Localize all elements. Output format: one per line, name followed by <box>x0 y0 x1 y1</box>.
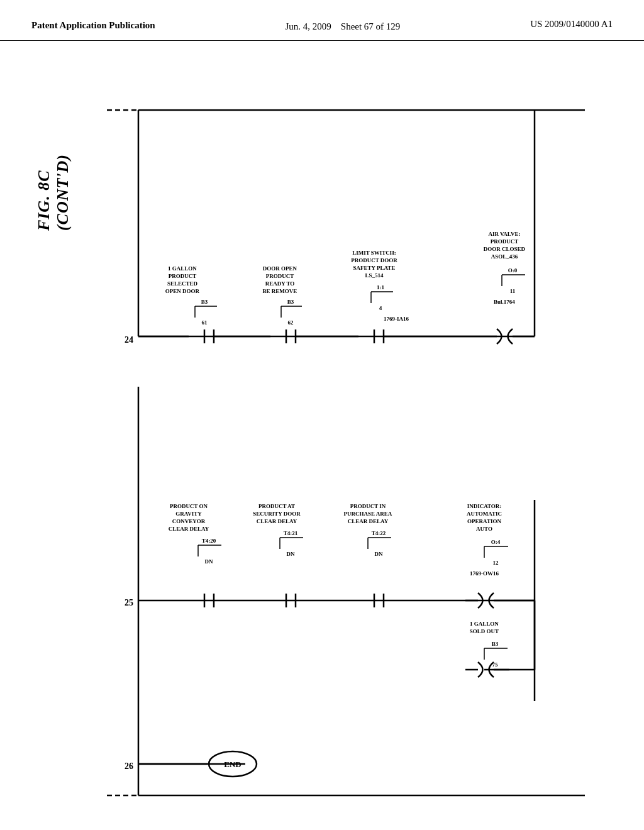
svg-text:AIR VALVE:: AIR VALVE: <box>488 231 520 237</box>
svg-text:1 GALLON: 1 GALLON <box>168 265 197 272</box>
svg-text:1 GALLON: 1 GALLON <box>470 621 499 627</box>
svg-text:LS_514: LS_514 <box>365 272 384 279</box>
header-title: Patent Application Publication <box>31 19 155 32</box>
svg-text:SECURITY DOOR: SECURITY DOOR <box>253 511 301 517</box>
svg-text:DN: DN <box>287 551 295 557</box>
svg-text:OPEN DOOR: OPEN DOOR <box>165 288 200 294</box>
svg-text:25: 25 <box>125 598 133 607</box>
svg-text:SELECTED: SELECTED <box>167 280 198 287</box>
svg-text:1769-IA16: 1769-IA16 <box>384 316 409 322</box>
svg-text:DOOR OPEN: DOOR OPEN <box>263 265 297 272</box>
svg-text:24: 24 <box>125 335 133 345</box>
svg-text:T4:20: T4:20 <box>202 538 216 544</box>
svg-text:CLEAR DELAY: CLEAR DELAY <box>169 526 209 532</box>
header-sheet: Sheet 67 of 129 <box>341 21 401 31</box>
svg-text:B3: B3 <box>492 641 499 647</box>
svg-text:PRODUCT ON: PRODUCT ON <box>170 503 208 509</box>
svg-text:CLEAR DELAY: CLEAR DELAY <box>257 518 297 524</box>
svg-text:PRODUCT: PRODUCT <box>169 273 197 279</box>
svg-text:LIMIT SWITCH:: LIMIT SWITCH: <box>352 250 396 256</box>
svg-text:1769-OW16: 1769-OW16 <box>470 570 499 577</box>
svg-text:PRODUCT AT: PRODUCT AT <box>258 503 295 509</box>
header-date: Jun. 4, 2009 <box>285 21 331 31</box>
svg-text:1:1: 1:1 <box>377 284 384 290</box>
svg-text:AUTO: AUTO <box>476 526 492 532</box>
svg-text:PURCHASE AREA: PURCHASE AREA <box>344 511 392 517</box>
svg-text:T4:22: T4:22 <box>372 530 386 536</box>
figure-title: FIG. 8C (CONT'D) <box>35 154 72 231</box>
svg-text:CLEAR DELAY: CLEAR DELAY <box>348 518 389 524</box>
svg-text:DOOR CLOSED: DOOR CLOSED <box>484 246 526 252</box>
svg-text:BE REMOVE: BE REMOVE <box>263 288 297 294</box>
svg-text:26: 26 <box>125 761 133 771</box>
ladder-diagram-svg: 24 25 26 1 GALLON PRODUCT SELECTED OPEN … <box>107 72 623 827</box>
svg-text:DN: DN <box>375 551 383 557</box>
svg-text:PRODUCT IN: PRODUCT IN <box>350 503 386 509</box>
svg-text:B3: B3 <box>287 299 294 305</box>
header-center: Jun. 4, 2009 Sheet 67 of 129 <box>285 19 400 34</box>
svg-text:12: 12 <box>493 560 499 566</box>
svg-text:PRODUCT: PRODUCT <box>266 273 294 279</box>
svg-text:T4:21: T4:21 <box>284 530 298 536</box>
svg-text:4: 4 <box>379 305 382 311</box>
svg-text:AUTOMATIC: AUTOMATIC <box>467 511 502 517</box>
svg-text:O:0: O:0 <box>508 267 518 274</box>
svg-text:SOLD OUT: SOLD OUT <box>470 628 499 634</box>
svg-text:61: 61 <box>202 319 208 326</box>
svg-text:PRODUCT: PRODUCT <box>491 238 519 245</box>
svg-text:DN: DN <box>205 558 213 565</box>
svg-text:62: 62 <box>288 319 294 326</box>
svg-text:CONVEYOR: CONVEYOR <box>172 518 206 524</box>
svg-text:B3: B3 <box>201 299 208 305</box>
svg-text:END: END <box>224 760 241 769</box>
svg-text:Bul.1764: Bul.1764 <box>494 299 515 305</box>
svg-text:INDICATOR:: INDICATOR: <box>467 503 502 509</box>
svg-text:75: 75 <box>492 661 499 668</box>
header-patent: US 2009/0140000 A1 <box>530 19 613 30</box>
svg-text:SAFETY PLATE: SAFETY PLATE <box>353 265 396 271</box>
svg-text:OPERATION: OPERATION <box>467 518 501 524</box>
page-content: FIG. 8C (CONT'D) <box>0 41 644 85</box>
svg-text:ASOL_436: ASOL_436 <box>491 253 518 260</box>
svg-text:READY TO: READY TO <box>265 280 295 287</box>
svg-text:GRAVITY: GRAVITY <box>175 511 202 517</box>
svg-text:PRODUCT DOOR: PRODUCT DOOR <box>351 257 397 263</box>
svg-text:11: 11 <box>510 288 516 294</box>
page-header: Patent Application Publication Jun. 4, 2… <box>0 0 644 41</box>
svg-text:O:4: O:4 <box>491 539 501 545</box>
